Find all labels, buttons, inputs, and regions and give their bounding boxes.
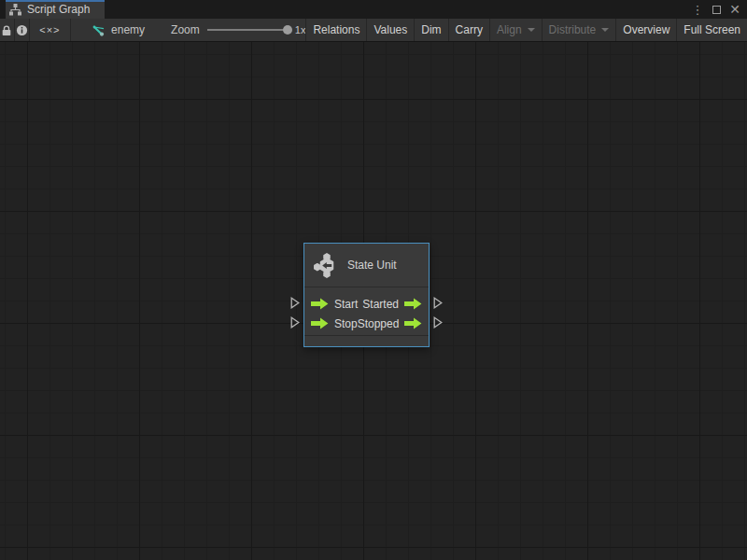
node-header[interactable]: State Unit [304,244,429,287]
window-menu-icon[interactable]: ⋮ [691,3,704,16]
zoom-slider[interactable] [207,29,288,31]
align-label: Align [497,23,522,36]
info-icon [16,24,28,36]
code-view-label: <×> [39,24,60,35]
chevron-down-icon [601,28,609,32]
state-machine-icon [314,253,339,278]
state-unit-node-wrapper: State Unit Start Started [303,243,430,347]
graph-breadcrumb-icon [92,23,106,37]
flow-arrow-icon [311,298,329,310]
output-port-connector-started[interactable] [433,297,443,309]
align-dropdown[interactable]: Align [489,19,542,41]
full-screen-button[interactable]: Full Screen [676,19,747,41]
port-label: Started [362,298,399,311]
flow-arrow-icon [404,317,422,329]
port-row: Stop Stopped [311,314,422,333]
port-label: Start [334,298,358,311]
chevron-down-icon [528,28,535,32]
output-port-stopped[interactable]: Stopped [358,317,423,330]
code-view-toggle[interactable]: <×> [30,19,71,41]
breadcrumb[interactable]: enemy [82,19,154,41]
zoom-label: Zoom [171,23,200,36]
full-screen-label: Full Screen [684,23,740,36]
graph-tree-icon [8,3,22,17]
lock-button[interactable] [0,19,15,41]
state-unit-node[interactable]: State Unit Start Started [303,243,430,347]
toolbar-buttons: Relations Values Dim Carry Align Distrib… [305,19,747,41]
window-controls: ⋮ ✕ [691,0,747,19]
node-footer [304,335,429,346]
overview-label: Overview [623,23,669,36]
input-port-start[interactable]: Start [311,298,358,311]
output-port-connector-stopped[interactable] [433,316,443,329]
port-label: Stop [334,317,358,330]
node-title: State Unit [347,259,397,272]
carry-button[interactable]: Carry [448,19,489,41]
distribute-label: Distribute [549,23,597,36]
distribute-dropdown[interactable]: Distribute [542,19,616,41]
values-label: Values [374,23,407,36]
tab-script-graph[interactable]: Script Graph [6,0,105,19]
node-ports: Start Started Stop [304,287,429,335]
overview-button[interactable]: Overview [615,19,676,41]
breadcrumb-label: enemy [111,23,145,36]
relations-button[interactable]: Relations [305,19,366,41]
relations-label: Relations [313,23,359,36]
input-port-connector-stop[interactable] [290,316,300,329]
lock-icon [1,24,12,36]
script-graph-window: Script Graph ⋮ ✕ <×> [0,0,747,560]
carry-label: Carry [456,23,483,36]
zoom-value: 1x [295,24,306,35]
tab-label: Script Graph [27,3,90,16]
dim-button[interactable]: Dim [414,19,447,41]
zoom-control: Zoom 1x [171,19,305,41]
input-port-stop[interactable]: Stop [311,317,358,330]
values-button[interactable]: Values [366,19,414,41]
close-icon[interactable]: ✕ [728,3,741,16]
tab-bar: Script Graph ⋮ ✕ [0,0,747,19]
maximize-icon[interactable] [710,3,723,16]
port-label: Stopped [358,317,400,330]
output-port-started[interactable]: Started [362,298,422,311]
flow-arrow-icon [311,317,329,329]
graph-toolbar: <×> enemy Zoom 1x Relations Values Dim C… [0,19,747,42]
zoom-slider-handle[interactable] [283,25,292,35]
info-button[interactable] [15,19,30,41]
flow-arrow-icon [404,298,422,310]
port-row: Start Started [311,294,422,314]
graph-canvas[interactable]: State Unit Start Started [0,42,747,560]
dim-label: Dim [421,23,441,36]
input-port-connector-start[interactable] [290,297,300,309]
